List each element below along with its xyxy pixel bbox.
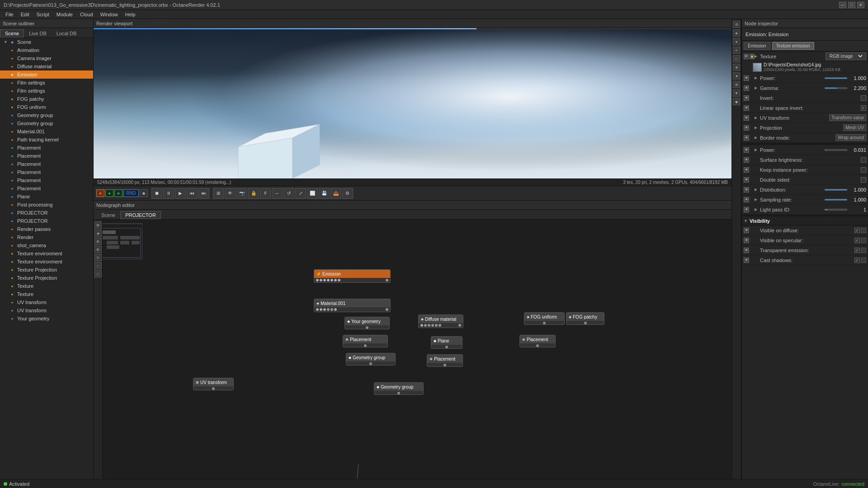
toolbar-cam-btn[interactable]: 📷 — [236, 188, 247, 199]
vs-extra[interactable] — [861, 238, 866, 243]
tree-item-camera-imager[interactable]: ● Camera imager — [0, 54, 93, 62]
te-extra[interactable] — [861, 248, 866, 253]
tree-item-render-passes[interactable]: ● Render passes — [0, 225, 93, 233]
lp-expand[interactable]: ▶ — [755, 207, 759, 211]
texture-lock-icon[interactable]: 🔒 — [750, 54, 755, 59]
node-placement-1[interactable]: ⊕ Placement — [343, 335, 388, 347]
vs-checkbox[interactable]: ✓ — [854, 238, 860, 243]
toolbar-scale-btn[interactable]: ⤢ — [295, 188, 306, 199]
right-icon-9[interactable]: ▼ — [733, 89, 740, 97]
cs-checkbox[interactable]: ✓ — [854, 258, 860, 263]
tree-item-fog-uniform[interactable]: ● FOG uniform — [0, 103, 93, 111]
ng-icon-1[interactable]: ⊞ — [94, 221, 102, 229]
tree-item-placement-5[interactable]: ● Placement — [0, 176, 93, 184]
node-geometry-group-1[interactable]: ◆ Geometry group — [346, 353, 396, 366]
tree-root-scene[interactable]: ▼ ◆ Scene — [0, 38, 93, 46]
tree-item-path-tracing[interactable]: ● Path tracing kernel — [0, 136, 93, 144]
ep-expand[interactable]: ▶ — [755, 148, 759, 152]
toolbar-export-btn[interactable]: 📤 — [330, 188, 341, 199]
te-checkbox[interactable]: ✓ — [854, 248, 860, 253]
tree-item-geometry-group-2[interactable]: ● Geometry group — [0, 119, 93, 127]
maximize-btn[interactable]: □ — [848, 2, 855, 8]
linear-invert-vis[interactable]: 👁 — [744, 105, 749, 111]
node-uv-transform[interactable]: ⊞ UV transform — [193, 378, 234, 390]
linear-invert-checkbox[interactable]: ✓ — [861, 105, 866, 111]
ng-icon-6[interactable]: ○ — [94, 262, 102, 269]
right-icon-5[interactable]: □ — [733, 55, 740, 62]
ep-vis[interactable]: 👁 — [744, 147, 749, 153]
texture-value-select[interactable]: RGB image — [826, 52, 866, 60]
kip-checkbox[interactable] — [861, 167, 866, 173]
dist-vis[interactable]: 👁 — [744, 187, 749, 192]
inspector-emission-btn[interactable]: Emission — [744, 42, 770, 50]
texture-vis-icon[interactable]: 👁 — [744, 54, 749, 59]
right-icon-1[interactable]: ⚙ — [733, 21, 740, 28]
visibility-section-header[interactable]: ▼ Visibility — [742, 216, 868, 225]
right-icon-6[interactable]: ⊕ — [733, 64, 740, 71]
tree-item-diffuse-material[interactable]: ● Diffuse material — [0, 62, 93, 70]
toolbar-view-btn[interactable]: 👁 — [225, 188, 236, 199]
ng-icon-3[interactable]: ⊕ — [94, 238, 102, 245]
tree-item-projector-1[interactable]: ● PROJECTOR — [0, 209, 93, 217]
ng-tab-scene[interactable]: Scene — [96, 211, 120, 219]
right-icon-3[interactable]: ● — [733, 38, 740, 45]
lp-vis[interactable]: 👁 — [744, 207, 749, 212]
tree-item-tex-proj-2[interactable]: ● Texture Projection — [0, 274, 93, 282]
tree-item-tex-env-1[interactable]: ● Texture environment — [0, 249, 93, 258]
tree-item-placement-1[interactable]: ● Placement — [0, 144, 93, 152]
toolbar-region-btn[interactable]: ⊞ — [213, 188, 224, 199]
toolbar-rotate-btn[interactable]: ↺ — [283, 188, 294, 199]
ng-icon-2[interactable]: ◈ — [94, 230, 102, 237]
toolbar-save-btn[interactable]: 💾 — [319, 188, 330, 199]
toolbar-prev-btn[interactable]: ⏮ — [187, 188, 198, 199]
node-fog-patchy[interactable]: ◈ FOG patchy — [566, 312, 604, 325]
tree-item-uv-transform-1[interactable]: ● UV transform — [0, 298, 93, 306]
tree-item-tex-env-2[interactable]: ● Texture environment — [0, 258, 93, 266]
tree-item-geometry-group-1[interactable]: ● Geometry group — [0, 111, 93, 119]
minimize-btn[interactable]: — — [839, 2, 846, 8]
dist-expand[interactable]: ▶ — [755, 188, 759, 192]
tree-item-shot-camera[interactable]: ● shot_camera — [0, 241, 93, 249]
uv-transform-expand[interactable]: ▶ — [755, 116, 759, 120]
toolbar-play-btn[interactable]: ▶ — [175, 188, 186, 199]
toolbar-settings-btn[interactable]: ⚙ — [342, 188, 353, 199]
power-1-slider[interactable] — [825, 77, 847, 79]
cs-extra[interactable] — [861, 258, 866, 263]
tree-item-animation[interactable]: ● Animation — [0, 46, 93, 54]
node-fog-uniform[interactable]: ◈ FOG uniform — [524, 312, 565, 325]
menu-module[interactable]: Module — [53, 10, 76, 19]
ds-checkbox[interactable] — [861, 177, 866, 183]
right-icon-8[interactable]: ⊞ — [733, 81, 740, 88]
tree-item-material-001[interactable]: ● Material.001 — [0, 127, 93, 136]
toolbar-move-btn[interactable]: ↔ — [272, 188, 283, 199]
node-placement-3[interactable]: ⊕ Placement — [519, 335, 556, 347]
vd-vis[interactable]: 👁 — [744, 228, 749, 233]
tree-item-tex-proj-1[interactable]: ● Texture Projection — [0, 266, 93, 274]
gamma-vis[interactable]: 👁 — [744, 85, 749, 91]
power-1-expand[interactable]: ▶ — [755, 76, 759, 80]
sb-vis[interactable]: 👁 — [744, 157, 749, 163]
right-icon-7[interactable]: ★ — [733, 72, 740, 80]
ng-icon-7[interactable]: □ — [94, 270, 102, 277]
ng-icon-5[interactable]: ≡ — [94, 254, 102, 261]
tree-item-your-geometry[interactable]: ● Your geometry — [0, 314, 93, 323]
ep-slider[interactable] — [825, 149, 847, 151]
ds-vis[interactable]: 👁 — [744, 177, 749, 183]
node-plane[interactable]: ◆ Plane — [431, 336, 462, 349]
projection-expand[interactable]: ▶ — [755, 126, 759, 130]
menu-window[interactable]: Window — [97, 10, 122, 19]
border-mode-vis[interactable]: 👁 — [744, 135, 749, 141]
toolbar-grid-btn[interactable]: # — [260, 188, 271, 199]
power-1-vis[interactable]: 👁 — [744, 75, 749, 81]
ng-tab-projector[interactable]: PROJECTOR — [120, 211, 161, 219]
invert-vis[interactable]: 👁 — [744, 95, 749, 101]
tab-local-db[interactable]: Local DB — [52, 29, 82, 38]
tree-item-placement-6[interactable]: ● Placement — [0, 184, 93, 192]
uv-transform-value[interactable]: Transform value — [829, 114, 866, 121]
tree-item-post-processing[interactable]: ● Post processing — [0, 201, 93, 209]
toolbar-render-mode[interactable]: ● — [96, 189, 104, 197]
uv-transform-vis[interactable]: 👁 — [744, 115, 749, 121]
texture-type-select[interactable]: RGB image — [828, 53, 864, 59]
toolbar-lock-btn[interactable]: 🔒 — [248, 188, 259, 199]
node-geometry-group-2[interactable]: ◆ Geometry group — [374, 382, 424, 395]
